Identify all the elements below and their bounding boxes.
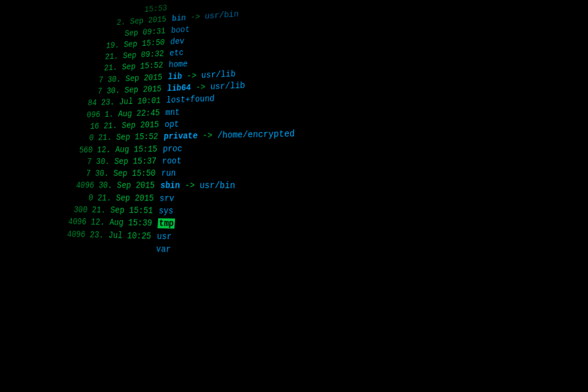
line-right: srv xyxy=(159,192,175,204)
line-right: tmp xyxy=(157,218,175,231)
line-right: sbin -> usr/bin xyxy=(160,180,235,193)
line-left: 7 30. Sep 15:37 xyxy=(7,155,163,168)
line-right: var xyxy=(155,242,171,255)
line-right: mnt xyxy=(165,106,180,118)
line-right: proc xyxy=(163,142,183,155)
line-left: 7 30. Sep 15:50 xyxy=(6,167,161,180)
terminal-content: 15:532. Sep 2015bin -> usr/binSep 09:31b… xyxy=(0,0,588,392)
tmp-highlight: tmp xyxy=(157,218,175,229)
line-right: etc xyxy=(169,47,184,59)
line-right: sys xyxy=(158,204,174,218)
line-right: root xyxy=(161,155,182,167)
line-left xyxy=(0,247,156,252)
line-right: usr xyxy=(157,230,172,243)
line-right: boot xyxy=(171,24,190,37)
line-right: opt xyxy=(164,118,179,131)
line-right: home xyxy=(169,58,188,71)
line-right: dev xyxy=(170,35,185,48)
line-left: 0 21. Sep 2015 xyxy=(3,191,160,204)
line-left: 4096 30. Sep 2015 xyxy=(5,180,161,192)
line-right: run xyxy=(161,167,176,180)
line-right: lost+found xyxy=(166,93,215,106)
terminal-window: 15:532. Sep 2015bin -> usr/binSep 09:31b… xyxy=(0,0,588,392)
line-right: private -> /home/encrypted xyxy=(163,127,295,142)
